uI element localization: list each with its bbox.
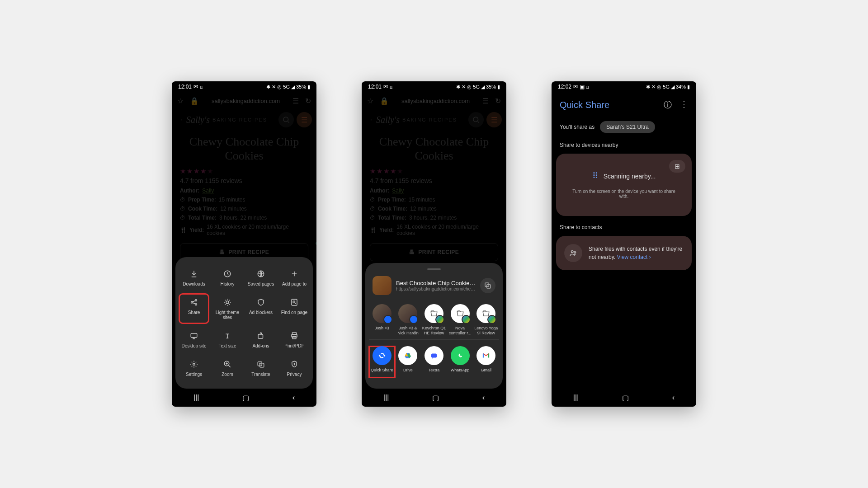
home-button[interactable]: ▢ <box>242 394 249 402</box>
view-contact-link[interactable]: View contact › <box>617 254 651 260</box>
search-button[interactable] <box>278 112 294 127</box>
browser-bar: ☆ 🔒 sallysbakingaddiction.com ☰ ↻ <box>172 92 316 109</box>
share-app-drive[interactable]: Drive <box>395 346 421 378</box>
recents-button[interactable]: ||| <box>193 394 199 402</box>
printer-icon: 🖶 <box>219 249 225 255</box>
mute-icon: ✕ <box>272 84 276 90</box>
share-contact[interactable]: Nova controller r... <box>447 304 473 336</box>
author-link[interactable]: Sally <box>202 188 214 194</box>
device-chip[interactable]: Sarah's S21 Ultra <box>600 121 655 133</box>
menu-plus[interactable]: Add page to <box>279 265 309 290</box>
find-icon <box>289 297 299 307</box>
status-bar: 12:01✉⩍ ✱✕◎5G◢35%▮ <box>362 81 506 92</box>
svg-rect-8 <box>292 299 297 305</box>
text-icon <box>222 331 232 341</box>
menu-gear[interactable]: Settings <box>179 356 209 380</box>
svg-point-15 <box>193 363 195 366</box>
menu-download[interactable]: Downloads <box>179 265 209 290</box>
shield-icon <box>256 297 266 307</box>
share-app-whatsapp[interactable]: WhatsApp <box>447 346 473 378</box>
share-contact[interactable]: Keychron Q1 HE Review <box>421 304 447 336</box>
scanning-hint: Turn on the screen on the device you wan… <box>569 189 679 199</box>
translate-icon <box>256 359 266 369</box>
wifi-icon: ⩍ <box>200 84 203 90</box>
author-label: Author: <box>180 188 199 194</box>
share-icon <box>189 297 199 307</box>
menu-share[interactable]: Share <box>179 294 209 324</box>
info-icon[interactable]: ⓘ <box>664 99 672 110</box>
back-button[interactable]: ‹ <box>292 394 295 402</box>
site-tagline: BAKING RECIPES <box>212 117 267 122</box>
menu-printer[interactable]: Print/PDF <box>279 327 309 352</box>
quickshare-header: Quick Share ⓘ⋮ <box>552 92 696 117</box>
shareas-row: You'll share as Sarah's S21 Ultra <box>552 117 696 136</box>
quickshare-title: Quick Share <box>560 100 609 110</box>
share-app-textra[interactable]: Textra <box>421 346 447 378</box>
url-text[interactable]: sallysbakingaddiction.com <box>205 98 286 104</box>
privacy-icon <box>289 359 299 369</box>
svg-rect-24 <box>431 354 437 358</box>
menu-button[interactable]: ☰ <box>297 112 312 127</box>
heart-icon[interactable]: ♥ <box>315 239 316 250</box>
yield-icon: 🍴 <box>180 227 187 233</box>
bookmark-icon[interactable]: ☆ <box>177 97 184 105</box>
menu-text[interactable]: Text size <box>212 327 242 352</box>
menu-find[interactable]: Find on page <box>279 294 309 324</box>
menu-clock[interactable]: History <box>212 265 242 290</box>
status-bar: 12:01✉⩍ ✱✕◎5G◢35%▮ <box>172 81 316 92</box>
recents-button[interactable]: ||| <box>573 394 579 402</box>
network-label: 5G <box>283 84 290 89</box>
menu-monitor[interactable]: Desktop site <box>179 327 209 352</box>
drag-handle[interactable] <box>427 268 441 270</box>
menu-privacy[interactable]: Privacy <box>279 356 309 380</box>
reload-icon[interactable]: ↻ <box>305 97 311 105</box>
rating-text: 4.7 from 1155 reviews <box>172 175 316 186</box>
gmail-icon: ✉ <box>193 84 198 90</box>
hotspot-icon: ◎ <box>277 84 282 90</box>
share-app-gmail[interactable]: Gmail <box>473 346 499 378</box>
share-contact[interactable]: Josh <3 <box>369 304 395 336</box>
menu-translate[interactable]: Translate <box>246 356 276 380</box>
back-button[interactable]: ‹ <box>672 394 675 402</box>
svg-point-0 <box>283 117 288 122</box>
share-contact[interactable]: Josh <3 & Nick Hardin <box>395 304 421 336</box>
menu-zoom[interactable]: Zoom <box>212 356 242 380</box>
share-app-quick-share[interactable]: Quick Share <box>369 346 395 378</box>
recents-button[interactable]: ||| <box>383 394 389 402</box>
share-contact[interactable]: Lenovo Yoga 9i Review <box>473 304 499 336</box>
contacts-icon <box>564 244 582 262</box>
menu-globe[interactable]: Saved pages <box>246 265 276 290</box>
zoom-icon <box>222 359 232 369</box>
menu-shield[interactable]: Ad blockers <box>246 294 276 324</box>
battery-icon: ▮ <box>307 84 310 90</box>
monitor-icon <box>189 331 199 341</box>
status-bar: 12:02✉▣⩍ ✱✕◎5G◢34%▮ <box>552 81 696 92</box>
contacts-card[interactable]: Share files with contacts even if they'r… <box>556 236 692 270</box>
nearby-section-label: Share to devices nearby <box>552 136 696 151</box>
print-recipe-button[interactable]: 🖶PRINT RECIPE <box>370 243 498 261</box>
back-button[interactable]: ‹ <box>482 394 485 402</box>
qr-button[interactable]: ⊞ <box>669 160 685 173</box>
phone-screenshot-2: 12:01✉⩍ ✱✕◎5G◢35%▮ ☆🔒sallysbakingaddicti… <box>362 81 506 407</box>
menu-addon[interactable]: Add-ons <box>246 327 276 352</box>
share-page-title: Best Chocolate Chip Cookies (Popula... <box>396 280 476 286</box>
home-button[interactable]: ▢ <box>432 394 439 402</box>
shareas-label: You'll share as <box>560 124 594 130</box>
nearby-card: ⊞ ⠿Scanning nearby... Turn on the screen… <box>556 154 692 216</box>
menu-sun[interactable]: Light theme sites <box>212 294 242 324</box>
reader-icon[interactable]: ☰ <box>292 97 299 105</box>
sun-icon <box>222 297 232 307</box>
copy-button[interactable] <box>480 278 495 293</box>
more-icon[interactable]: ⋮ <box>680 99 688 110</box>
status-time: 12:01 <box>178 84 192 90</box>
svg-point-20 <box>473 117 478 122</box>
contacts-section-label: Share to contacts <box>552 219 696 233</box>
site-logo: Sally's <box>186 115 210 125</box>
svg-line-1 <box>288 122 289 123</box>
globe-icon <box>256 269 266 279</box>
battery-label: 35% <box>296 84 306 89</box>
printer-icon <box>289 331 299 341</box>
download-icon <box>189 269 199 279</box>
home-button[interactable]: ▢ <box>622 394 629 402</box>
plus-icon <box>289 269 299 279</box>
